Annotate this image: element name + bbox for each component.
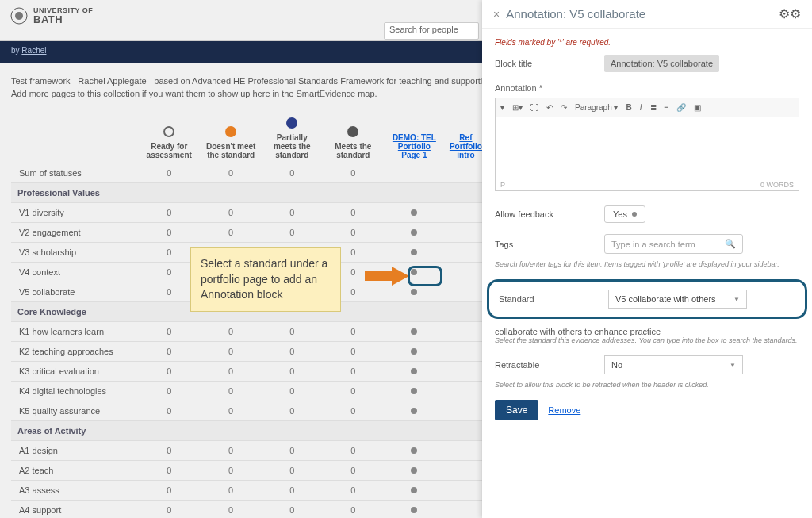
status-dot[interactable]: [384, 501, 445, 519]
chevron-down-icon: ▼: [733, 296, 740, 303]
section-header: Professional Values: [11, 183, 487, 203]
section-header: Areas of Activity: [11, 421, 487, 441]
row-label: V3 scholarship: [11, 243, 138, 263]
remove-link[interactable]: Remove: [548, 405, 580, 415]
allow-feedback-label: Allow feedback: [495, 209, 598, 219]
page-col[interactable]: Ref Portfolio intro: [445, 114, 487, 163]
editor-toolbar[interactable]: ▾ ⊞▾ ⛶ ↶ ↷ Paragraph ▾ B I ≣ ≡ 🔗 ▣: [496, 98, 799, 117]
bullet-list-icon[interactable]: ≣: [650, 103, 657, 112]
gear-icon[interactable]: ⚙⚙: [779, 6, 801, 21]
editor-path: P: [500, 181, 505, 189]
standard-label: Standard: [499, 294, 602, 304]
row-label: A2 teach: [11, 461, 138, 481]
italic-icon[interactable]: I: [640, 103, 642, 112]
standard-description: collaborate with others to enhance pract…: [495, 327, 799, 336]
standard-highlight: Standard V5 collaborate with others▼: [487, 279, 807, 319]
legend-col: Meets the standard: [323, 114, 384, 163]
annotation-editor[interactable]: ▾ ⊞▾ ⛶ ↶ ↷ Paragraph ▾ B I ≣ ≡ 🔗 ▣ P 0 W…: [495, 98, 799, 191]
page-col[interactable]: DEMO: TEL Portfolio Page 1: [384, 114, 445, 163]
row-label: V4 context: [11, 263, 138, 282]
retractable-helper: Select to allow this block to be retract…: [495, 381, 799, 389]
row-label: A1 design: [11, 441, 138, 461]
crest-icon: [10, 6, 29, 25]
legend-col: Doesn't meet the standard: [201, 114, 262, 163]
annotation-label: Annotation *: [495, 83, 799, 93]
panel-title: Annotation: V5 collaborate: [506, 7, 772, 21]
search-icon: 🔍: [725, 239, 736, 249]
undo-icon[interactable]: ↶: [546, 103, 553, 112]
standard-helper: Select the standard this evidence addres…: [495, 336, 799, 344]
tags-label: Tags: [495, 240, 598, 249]
status-dot[interactable]: [384, 382, 445, 401]
tags-helper: Search for/enter tags for this item. Ite…: [495, 260, 799, 268]
legend-col: Partially meets the standard: [262, 114, 323, 163]
required-note: Fields marked by '*' are required.: [495, 38, 799, 47]
color-icon[interactable]: ▾: [500, 103, 504, 112]
row-label: K5 quality assurance: [11, 401, 138, 421]
row-label: V2 engagement: [11, 223, 138, 243]
arrow-icon: [365, 267, 409, 288]
standard-select[interactable]: V5 collaborate with others▼: [608, 290, 747, 309]
word-count: 0 WORDS: [760, 181, 794, 189]
number-list-icon[interactable]: ≡: [665, 103, 669, 112]
annotation-panel: × Annotation: V5 collaborate ⚙⚙ Fields m…: [482, 0, 812, 518]
svg-marker-2: [365, 267, 409, 286]
status-dot[interactable]: [384, 203, 445, 223]
status-dot[interactable]: [384, 362, 445, 382]
allow-feedback-toggle[interactable]: Yes: [604, 205, 645, 223]
image-icon[interactable]: ▣: [694, 103, 701, 112]
block-title-label: Block title: [495, 59, 598, 68]
retractable-label: Retractable: [495, 360, 598, 370]
row-label: K3 critical evaluation: [11, 362, 138, 382]
svg-point-1: [15, 12, 23, 20]
row-label: A4 support: [11, 501, 138, 519]
search-input[interactable]: Search for people: [384, 22, 479, 40]
status-dot[interactable]: [384, 322, 445, 342]
table-icon[interactable]: ⊞▾: [512, 103, 523, 112]
save-button[interactable]: Save: [495, 400, 538, 420]
row-label: K4 digital technologies: [11, 382, 138, 401]
row-label: A3 assess: [11, 481, 138, 501]
sum-row: Sum of statuses: [11, 163, 138, 183]
legend-col: Ready for assessment: [138, 114, 201, 163]
close-icon[interactable]: ×: [493, 8, 500, 21]
row-label: K1 how learners learn: [11, 322, 138, 342]
redo-icon[interactable]: ↷: [561, 103, 567, 112]
logo-bottom-text: BATH: [33, 14, 93, 25]
status-dot[interactable]: [384, 441, 445, 461]
target-highlight: [408, 266, 442, 286]
status-dot[interactable]: [384, 342, 445, 362]
tags-input[interactable]: Type in a search term🔍: [604, 234, 743, 254]
status-dot[interactable]: [384, 243, 445, 263]
status-dot[interactable]: [384, 481, 445, 501]
callout-note: Select a standard under a portfolio page…: [190, 247, 341, 312]
author-link[interactable]: Rachel: [21, 46, 46, 55]
bold-icon[interactable]: B: [626, 103, 631, 112]
row-label: V5 collaborate: [11, 282, 138, 302]
row-label: V1 diversity: [11, 203, 138, 223]
block-title-input[interactable]: Annotation: V5 collaborate: [604, 55, 719, 72]
status-dot[interactable]: [384, 223, 445, 243]
status-dot[interactable]: [384, 401, 445, 421]
format-select[interactable]: Paragraph ▾: [575, 103, 618, 112]
status-dot[interactable]: [384, 461, 445, 481]
chevron-down-icon: ▼: [730, 362, 736, 369]
fullscreen-icon[interactable]: ⛶: [530, 103, 538, 112]
retractable-select[interactable]: No▼: [604, 355, 743, 374]
link-icon[interactable]: 🔗: [676, 103, 686, 112]
row-label: K2 teaching approaches: [11, 342, 138, 362]
